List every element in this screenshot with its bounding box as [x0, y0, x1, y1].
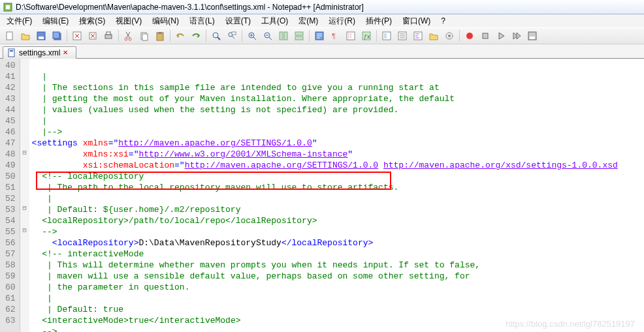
zoom-out-icon[interactable]	[261, 29, 275, 43]
svg-rect-19	[232, 32, 236, 35]
new-file-icon[interactable]	[3, 29, 17, 43]
menu-plugins[interactable]: 插件(P)	[362, 15, 396, 27]
undo-icon[interactable]	[173, 29, 187, 43]
separator	[206, 30, 206, 42]
svg-point-37	[466, 33, 473, 39]
menu-view[interactable]: 视图(V)	[112, 15, 146, 27]
zoom-in-icon[interactable]	[245, 29, 259, 43]
copy-icon[interactable]	[137, 29, 152, 43]
play-icon[interactable]	[494, 29, 508, 43]
code-line: |	[32, 72, 47, 82]
wordwrap-icon[interactable]	[312, 29, 327, 43]
tab-label: settings.xml	[19, 48, 60, 57]
toolbar: ¶ ƒx	[0, 27, 644, 44]
open-file-icon[interactable]	[18, 29, 33, 43]
monitor-icon[interactable]	[442, 29, 457, 43]
save-macro-icon[interactable]	[525, 29, 539, 43]
svg-rect-4	[39, 37, 44, 39]
svg-text:ƒx: ƒx	[364, 33, 370, 40]
svg-rect-6	[53, 32, 59, 38]
code-line: |-->	[32, 127, 63, 137]
code-line: | The sections in this sample file are i…	[32, 83, 440, 93]
separator	[376, 30, 377, 42]
svg-point-17	[213, 33, 218, 38]
print-icon[interactable]	[101, 29, 116, 43]
tab-close-icon[interactable]: ✕	[63, 49, 71, 57]
app-icon	[3, 2, 13, 12]
svg-rect-25	[295, 37, 303, 40]
line-number-gutter: 40 41 42 43 44 45 46 47 48 49 50 51 52 5…	[0, 59, 20, 332]
menu-run[interactable]: 运行(R)	[325, 15, 359, 27]
watermark: https://blog.csdn.net/lgl782519197	[506, 318, 635, 329]
code-line: -->	[32, 327, 57, 332]
svg-rect-41	[8, 49, 14, 57]
menu-search[interactable]: 搜索(S)	[75, 15, 109, 27]
svg-rect-2	[7, 32, 12, 40]
code-line: <!-- interactiveMode	[32, 249, 144, 259]
code-line: | values (values used when the setting i…	[32, 105, 399, 115]
separator	[309, 30, 310, 42]
svg-rect-16	[158, 32, 162, 34]
save-all-icon[interactable]	[50, 29, 64, 43]
svg-rect-32	[384, 33, 387, 38]
code-line: <!-- localRepository	[32, 172, 144, 181]
menu-macro[interactable]: 宏(M)	[295, 15, 322, 27]
code-line: <settings xmlns="http://maven.apache.org…	[32, 138, 317, 148]
play-multi-icon[interactable]	[509, 29, 524, 43]
doc-list-icon[interactable]	[395, 29, 410, 43]
sync-v-icon[interactable]	[276, 29, 291, 43]
code-line: | maven will use a sensible default valu…	[32, 271, 470, 281]
editor[interactable]: 40 41 42 43 44 45 46 47 48 49 50 51 52 5…	[0, 59, 644, 332]
code-line: <interactiveMode>true</interactiveMode>	[32, 316, 241, 325]
svg-point-36	[448, 35, 451, 37]
file-icon	[7, 48, 16, 57]
titlebar: D:\Software\Development\Maven\apache-mav…	[0, 0, 644, 14]
menu-settings[interactable]: 设置(T)	[221, 15, 255, 27]
menu-language[interactable]: 语言(L)	[185, 15, 219, 27]
separator	[118, 30, 119, 42]
folder-panel-icon[interactable]	[427, 29, 441, 43]
replace-icon[interactable]	[225, 29, 239, 43]
svg-rect-38	[483, 33, 488, 38]
code-line: |	[32, 294, 52, 303]
menu-help[interactable]: ?	[437, 16, 449, 26]
code-line: | Default: true	[32, 305, 123, 314]
menu-encoding[interactable]: 编码(N)	[148, 15, 183, 27]
menu-file[interactable]: 文件(F)	[3, 15, 36, 27]
code-line: xmlns:xsi="http://www.w3.org/2001/XMLSch…	[32, 149, 353, 159]
menubar: 文件(F) 编辑(E) 搜索(S) 视图(V) 编码(N) 语言(L) 设置(T…	[0, 14, 644, 27]
svg-rect-10	[106, 32, 110, 35]
svg-rect-24	[295, 32, 303, 35]
lang-icon[interactable]: ƒx	[359, 29, 374, 43]
tab-settings-xml[interactable]: settings.xml ✕	[3, 46, 76, 59]
separator	[170, 30, 170, 42]
tabbar: settings.xml ✕	[0, 44, 644, 59]
paste-icon[interactable]	[153, 29, 167, 43]
window-title: D:\Software\Development\Maven\apache-mav…	[16, 3, 364, 12]
code-area[interactable]: | | The sections in this sample file are…	[29, 59, 644, 332]
indent-guide-icon[interactable]	[344, 29, 358, 43]
fold-gutter[interactable]: ⊟ ⊟ ⊟	[20, 59, 29, 332]
sync-h-icon[interactable]	[292, 29, 306, 43]
code-line: | This will determine whether maven prom…	[32, 260, 481, 270]
menu-window[interactable]: 窗口(W)	[398, 15, 434, 27]
close-all-icon[interactable]	[86, 29, 100, 43]
code-line: | the parameter in question.	[32, 282, 190, 292]
stop-icon[interactable]	[478, 29, 492, 43]
close-icon[interactable]	[70, 29, 84, 43]
cut-icon[interactable]	[121, 29, 136, 43]
code-line: xsi:schemaLocation="http://maven.apache.…	[32, 160, 618, 170]
show-all-chars-icon[interactable]: ¶	[328, 29, 342, 43]
redo-icon[interactable]	[189, 29, 203, 43]
save-icon[interactable]	[34, 29, 48, 43]
menu-tools[interactable]: 工具(O)	[257, 15, 292, 27]
menu-edit[interactable]: 编辑(E)	[39, 15, 72, 27]
func-list-icon[interactable]	[411, 29, 425, 43]
code-line: -->	[32, 227, 57, 237]
separator	[459, 30, 460, 42]
record-icon[interactable]	[462, 29, 477, 43]
doc-map-icon[interactable]	[379, 29, 394, 43]
code-line: <localRepository>D:\Data\MavenRepository…	[32, 238, 374, 248]
svg-rect-40	[530, 37, 535, 39]
find-icon[interactable]	[209, 29, 223, 43]
